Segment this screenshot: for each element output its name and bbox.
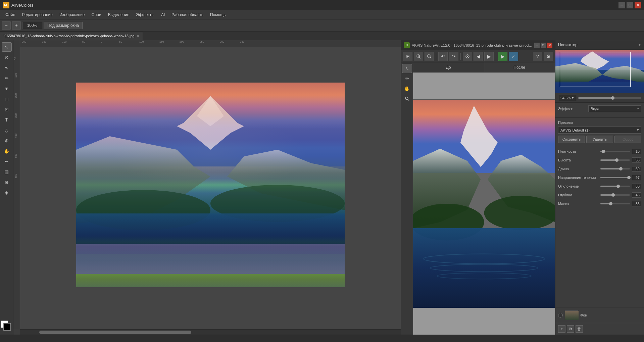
slider-length-thumb[interactable] (619, 167, 623, 170)
layer-radio[interactable] (558, 313, 563, 317)
plugin-tool-hand[interactable]: ✋ (402, 84, 412, 93)
presets-select[interactable]: AKVIS Default (1) ▾ (558, 127, 641, 134)
plugin-tool-back[interactable]: ◀ (474, 52, 483, 61)
slider-density-track[interactable] (600, 151, 630, 152)
zoom-slider-thumb[interactable] (611, 96, 614, 100)
duplicate-layer-btn[interactable]: ⧉ (567, 325, 574, 333)
plugin-tool-forward[interactable]: ▶ (484, 52, 494, 61)
close-button[interactable]: ✕ (635, 2, 641, 8)
zoom-slider[interactable] (578, 97, 641, 99)
slider-mask-track[interactable] (600, 203, 630, 204)
tool-move[interactable]: ↖ (2, 42, 12, 52)
preset-save-btn[interactable]: Сохранить (558, 136, 585, 143)
zoom-in-button[interactable]: + (12, 21, 21, 30)
effect-select[interactable]: Вода ▾ (588, 105, 641, 112)
menu-workspace[interactable]: Рабочая область (168, 11, 207, 18)
slider-depth-track[interactable] (600, 194, 630, 196)
slider-height-thumb[interactable] (615, 158, 618, 162)
tab-close-icon[interactable]: ✕ (137, 34, 139, 38)
slider-length-track[interactable] (600, 168, 630, 169)
slider-mask-thumb[interactable] (609, 202, 612, 205)
tool-fill[interactable]: ▼ (2, 84, 12, 93)
preset-reset-btn[interactable]: Сброс (614, 136, 641, 143)
zoom-minus-button[interactable]: − (2, 21, 11, 30)
slider-depth-thumb[interactable] (611, 193, 615, 197)
add-layer-btn[interactable]: + (558, 325, 565, 333)
foreground-color-swatch[interactable] (3, 323, 11, 331)
plugin-tool-grid[interactable]: ⊞ (403, 52, 412, 61)
plugin-close-btn[interactable]: ✕ (547, 43, 552, 48)
slider-mask-value[interactable]: 35 (632, 201, 641, 206)
menu-layers[interactable]: Слои (88, 11, 105, 18)
plugin-tool-zoom[interactable] (402, 94, 412, 103)
sliders-section: Плотность 10 Высота 56 Длина (555, 146, 644, 212)
preview-tab-after[interactable]: После (484, 62, 555, 72)
tool-shape[interactable]: ◇ (2, 126, 12, 135)
menu-image[interactable]: Изображение (56, 11, 88, 18)
presets-section: Пресеты AKVIS Default (1) ▾ Сохранить Уд… (555, 118, 644, 146)
plugin-minimize-btn[interactable]: ─ (534, 43, 540, 48)
slider-density-thumb[interactable] (602, 150, 605, 153)
plugin-restore-btn[interactable]: □ (541, 43, 546, 48)
slider-length-value[interactable]: 69 (632, 166, 641, 172)
tab-image[interactable]: *1658478016_13-priroda-club-p-krasivie-p… (0, 32, 143, 40)
horizontal-scrollbar[interactable] (20, 329, 401, 335)
slider-depth-value[interactable]: 43 (632, 192, 641, 198)
canvas-content[interactable] (20, 47, 401, 323)
tool-text[interactable]: T (2, 115, 12, 125)
menu-ai[interactable]: AI (158, 11, 168, 18)
slider-flow-thumb[interactable] (627, 176, 631, 179)
fit-window-button[interactable]: Под размер окна (44, 22, 83, 29)
plugin-tool-redo[interactable]: ↷ (449, 52, 458, 61)
tool-select[interactable]: ⊙ (2, 53, 12, 62)
slider-density-value[interactable]: 10 (632, 149, 641, 154)
plugin-tool-brush[interactable]: ✏ (402, 74, 412, 83)
slider-height-track[interactable] (600, 159, 630, 161)
tool-eyedropper[interactable]: ✒ (2, 157, 12, 166)
tool-heal[interactable]: ◈ (2, 188, 12, 197)
zoom-display[interactable]: 54.5% ▾ (558, 95, 576, 101)
plugin-help-btn[interactable]: ? (533, 52, 542, 61)
navigator-thumbnail (555, 50, 644, 93)
tool-hand[interactable]: ✋ (2, 146, 12, 156)
tool-lasso[interactable]: ∿ (2, 63, 12, 72)
navigator-collapse-icon[interactable]: ▼ (638, 43, 641, 47)
plugin-tool-zoom-in[interactable] (414, 52, 423, 61)
tool-zoom[interactable]: ⊕ (2, 136, 12, 145)
menu-effects[interactable]: Эффекты (133, 11, 158, 18)
delete-layer-btn[interactable]: 🗑 (576, 325, 583, 333)
plugin-tool-selection[interactable]: ↖ (402, 64, 412, 73)
canvas-area[interactable]: 200 150 100 50 0 50 100 150 200 250 300 … (13, 40, 401, 329)
menu-selection[interactable]: Выделение (105, 11, 133, 18)
tool-clone[interactable]: ⊕ (2, 178, 12, 187)
plugin-tool-zoom-out[interactable] (425, 52, 434, 61)
slider-mask: Маска 35 (558, 201, 641, 206)
slider-deviation-thumb[interactable] (616, 185, 620, 188)
plugin-tool-pick[interactable] (463, 52, 472, 61)
tool-gradient[interactable]: ▨ (2, 167, 12, 177)
slider-flow-track[interactable] (600, 177, 630, 178)
slider-height-value[interactable]: 56 (632, 157, 641, 163)
slider-deviation-track[interactable] (600, 186, 630, 187)
preview-container[interactable] (413, 72, 555, 335)
plugin-play-btn[interactable]: ▶ (498, 52, 507, 61)
navigator-header[interactable]: Навигатор ▼ (555, 40, 644, 50)
toolbar-separator (460, 53, 461, 60)
preset-delete-btn[interactable]: Удалить (586, 136, 613, 143)
scrollbar-thumb[interactable] (39, 331, 192, 334)
tool-eraser[interactable]: ◻ (2, 94, 12, 104)
slider-flow-value[interactable]: 97 (632, 175, 641, 180)
plugin-apply-btn[interactable]: ✓ (509, 52, 518, 61)
tool-brush[interactable]: ✏ (2, 74, 12, 83)
plugin-title: AKVIS NatureArt v.12.0 - 1658478016_13-p… (412, 43, 534, 47)
menu-edit[interactable]: Редактирование (19, 11, 56, 18)
plugin-settings-btn[interactable]: ⚙ (544, 52, 553, 61)
minimize-button[interactable]: ─ (618, 2, 625, 8)
menu-file[interactable]: Файл (2, 11, 19, 18)
plugin-tool-undo[interactable]: ↶ (438, 52, 448, 61)
menu-help[interactable]: Помощь (207, 11, 229, 18)
slider-deviation-value[interactable]: 60 (632, 184, 641, 189)
preview-tab-before[interactable]: До (413, 62, 484, 72)
maximize-button[interactable]: □ (627, 2, 633, 8)
tool-crop[interactable]: ⊡ (2, 105, 12, 114)
